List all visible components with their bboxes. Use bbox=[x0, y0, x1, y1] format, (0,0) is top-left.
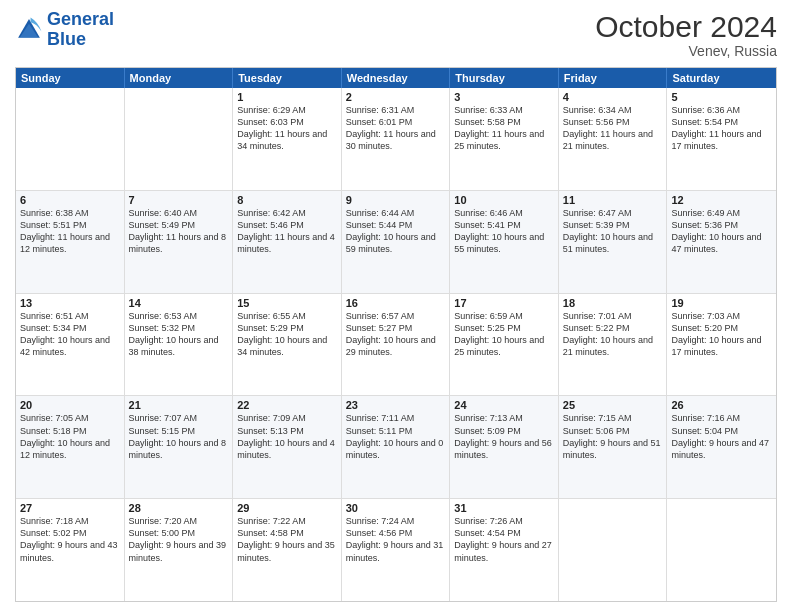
day-6: 6Sunrise: 6:38 AMSunset: 5:51 PMDaylight… bbox=[16, 191, 125, 293]
header: General Blue October 2024 Venev, Russia bbox=[15, 10, 777, 59]
header-monday: Monday bbox=[125, 68, 234, 88]
day-number-14: 14 bbox=[129, 297, 229, 309]
day-23: 23Sunrise: 7:11 AMSunset: 5:11 PMDayligh… bbox=[342, 396, 451, 498]
day-details-23: Sunrise: 7:11 AMSunset: 5:11 PMDaylight:… bbox=[346, 412, 446, 461]
day-number-12: 12 bbox=[671, 194, 772, 206]
week-row-1: 1Sunrise: 6:29 AMSunset: 6:03 PMDaylight… bbox=[16, 88, 776, 190]
day-number-29: 29 bbox=[237, 502, 337, 514]
day-number-3: 3 bbox=[454, 91, 554, 103]
day-number-19: 19 bbox=[671, 297, 772, 309]
week-row-3: 13Sunrise: 6:51 AMSunset: 5:34 PMDayligh… bbox=[16, 293, 776, 396]
day-21: 21Sunrise: 7:07 AMSunset: 5:15 PMDayligh… bbox=[125, 396, 234, 498]
week-row-2: 6Sunrise: 6:38 AMSunset: 5:51 PMDaylight… bbox=[16, 190, 776, 293]
week-row-4: 20Sunrise: 7:05 AMSunset: 5:18 PMDayligh… bbox=[16, 395, 776, 498]
calendar-header: Sunday Monday Tuesday Wednesday Thursday… bbox=[16, 68, 776, 88]
calendar-body: 1Sunrise: 6:29 AMSunset: 6:03 PMDaylight… bbox=[16, 88, 776, 601]
day-details-14: Sunrise: 6:53 AMSunset: 5:32 PMDaylight:… bbox=[129, 310, 229, 359]
day-details-16: Sunrise: 6:57 AMSunset: 5:27 PMDaylight:… bbox=[346, 310, 446, 359]
day-details-13: Sunrise: 6:51 AMSunset: 5:34 PMDaylight:… bbox=[20, 310, 120, 359]
day-15: 15Sunrise: 6:55 AMSunset: 5:29 PMDayligh… bbox=[233, 294, 342, 396]
day-1: 1Sunrise: 6:29 AMSunset: 6:03 PMDaylight… bbox=[233, 88, 342, 190]
day-28: 28Sunrise: 7:20 AMSunset: 5:00 PMDayligh… bbox=[125, 499, 234, 601]
header-tuesday: Tuesday bbox=[233, 68, 342, 88]
day-5: 5Sunrise: 6:36 AMSunset: 5:54 PMDaylight… bbox=[667, 88, 776, 190]
day-number-23: 23 bbox=[346, 399, 446, 411]
day-details-7: Sunrise: 6:40 AMSunset: 5:49 PMDaylight:… bbox=[129, 207, 229, 256]
day-10: 10Sunrise: 6:46 AMSunset: 5:41 PMDayligh… bbox=[450, 191, 559, 293]
day-2: 2Sunrise: 6:31 AMSunset: 6:01 PMDaylight… bbox=[342, 88, 451, 190]
day-details-18: Sunrise: 7:01 AMSunset: 5:22 PMDaylight:… bbox=[563, 310, 663, 359]
day-25: 25Sunrise: 7:15 AMSunset: 5:06 PMDayligh… bbox=[559, 396, 668, 498]
day-18: 18Sunrise: 7:01 AMSunset: 5:22 PMDayligh… bbox=[559, 294, 668, 396]
empty-cell bbox=[667, 499, 776, 601]
day-number-16: 16 bbox=[346, 297, 446, 309]
day-number-9: 9 bbox=[346, 194, 446, 206]
day-number-10: 10 bbox=[454, 194, 554, 206]
day-details-24: Sunrise: 7:13 AMSunset: 5:09 PMDaylight:… bbox=[454, 412, 554, 461]
day-24: 24Sunrise: 7:13 AMSunset: 5:09 PMDayligh… bbox=[450, 396, 559, 498]
day-20: 20Sunrise: 7:05 AMSunset: 5:18 PMDayligh… bbox=[16, 396, 125, 498]
day-number-8: 8 bbox=[237, 194, 337, 206]
day-16: 16Sunrise: 6:57 AMSunset: 5:27 PMDayligh… bbox=[342, 294, 451, 396]
day-13: 13Sunrise: 6:51 AMSunset: 5:34 PMDayligh… bbox=[16, 294, 125, 396]
day-details-3: Sunrise: 6:33 AMSunset: 5:58 PMDaylight:… bbox=[454, 104, 554, 153]
day-details-9: Sunrise: 6:44 AMSunset: 5:44 PMDaylight:… bbox=[346, 207, 446, 256]
day-4: 4Sunrise: 6:34 AMSunset: 5:56 PMDaylight… bbox=[559, 88, 668, 190]
day-details-20: Sunrise: 7:05 AMSunset: 5:18 PMDaylight:… bbox=[20, 412, 120, 461]
day-details-15: Sunrise: 6:55 AMSunset: 5:29 PMDaylight:… bbox=[237, 310, 337, 359]
main-title: October 2024 bbox=[595, 10, 777, 43]
calendar: Sunday Monday Tuesday Wednesday Thursday… bbox=[15, 67, 777, 602]
day-number-17: 17 bbox=[454, 297, 554, 309]
day-number-15: 15 bbox=[237, 297, 337, 309]
day-details-22: Sunrise: 7:09 AMSunset: 5:13 PMDaylight:… bbox=[237, 412, 337, 461]
day-details-17: Sunrise: 6:59 AMSunset: 5:25 PMDaylight:… bbox=[454, 310, 554, 359]
day-7: 7Sunrise: 6:40 AMSunset: 5:49 PMDaylight… bbox=[125, 191, 234, 293]
day-number-11: 11 bbox=[563, 194, 663, 206]
empty-cell bbox=[559, 499, 668, 601]
day-number-13: 13 bbox=[20, 297, 120, 309]
day-29: 29Sunrise: 7:22 AMSunset: 4:58 PMDayligh… bbox=[233, 499, 342, 601]
header-sunday: Sunday bbox=[16, 68, 125, 88]
logo-line1: General bbox=[47, 10, 114, 30]
day-details-28: Sunrise: 7:20 AMSunset: 5:00 PMDaylight:… bbox=[129, 515, 229, 564]
day-8: 8Sunrise: 6:42 AMSunset: 5:46 PMDaylight… bbox=[233, 191, 342, 293]
day-number-5: 5 bbox=[671, 91, 772, 103]
title-block: October 2024 Venev, Russia bbox=[595, 10, 777, 59]
header-friday: Friday bbox=[559, 68, 668, 88]
day-number-1: 1 bbox=[237, 91, 337, 103]
day-26: 26Sunrise: 7:16 AMSunset: 5:04 PMDayligh… bbox=[667, 396, 776, 498]
day-number-26: 26 bbox=[671, 399, 772, 411]
day-details-26: Sunrise: 7:16 AMSunset: 5:04 PMDaylight:… bbox=[671, 412, 772, 461]
day-details-31: Sunrise: 7:26 AMSunset: 4:54 PMDaylight:… bbox=[454, 515, 554, 564]
day-22: 22Sunrise: 7:09 AMSunset: 5:13 PMDayligh… bbox=[233, 396, 342, 498]
day-number-31: 31 bbox=[454, 502, 554, 514]
day-number-25: 25 bbox=[563, 399, 663, 411]
day-number-22: 22 bbox=[237, 399, 337, 411]
day-number-20: 20 bbox=[20, 399, 120, 411]
day-details-25: Sunrise: 7:15 AMSunset: 5:06 PMDaylight:… bbox=[563, 412, 663, 461]
day-19: 19Sunrise: 7:03 AMSunset: 5:20 PMDayligh… bbox=[667, 294, 776, 396]
day-details-8: Sunrise: 6:42 AMSunset: 5:46 PMDaylight:… bbox=[237, 207, 337, 256]
day-11: 11Sunrise: 6:47 AMSunset: 5:39 PMDayligh… bbox=[559, 191, 668, 293]
day-number-18: 18 bbox=[563, 297, 663, 309]
day-details-10: Sunrise: 6:46 AMSunset: 5:41 PMDaylight:… bbox=[454, 207, 554, 256]
day-27: 27Sunrise: 7:18 AMSunset: 5:02 PMDayligh… bbox=[16, 499, 125, 601]
logo-icon bbox=[15, 16, 43, 44]
day-number-24: 24 bbox=[454, 399, 554, 411]
day-details-2: Sunrise: 6:31 AMSunset: 6:01 PMDaylight:… bbox=[346, 104, 446, 153]
day-details-30: Sunrise: 7:24 AMSunset: 4:56 PMDaylight:… bbox=[346, 515, 446, 564]
day-17: 17Sunrise: 6:59 AMSunset: 5:25 PMDayligh… bbox=[450, 294, 559, 396]
day-details-29: Sunrise: 7:22 AMSunset: 4:58 PMDaylight:… bbox=[237, 515, 337, 564]
day-number-7: 7 bbox=[129, 194, 229, 206]
day-details-19: Sunrise: 7:03 AMSunset: 5:20 PMDaylight:… bbox=[671, 310, 772, 359]
day-details-1: Sunrise: 6:29 AMSunset: 6:03 PMDaylight:… bbox=[237, 104, 337, 153]
day-number-4: 4 bbox=[563, 91, 663, 103]
empty-cell bbox=[16, 88, 125, 190]
day-9: 9Sunrise: 6:44 AMSunset: 5:44 PMDaylight… bbox=[342, 191, 451, 293]
day-number-27: 27 bbox=[20, 502, 120, 514]
day-number-28: 28 bbox=[129, 502, 229, 514]
header-saturday: Saturday bbox=[667, 68, 776, 88]
subtitle: Venev, Russia bbox=[595, 43, 777, 59]
day-31: 31Sunrise: 7:26 AMSunset: 4:54 PMDayligh… bbox=[450, 499, 559, 601]
day-3: 3Sunrise: 6:33 AMSunset: 5:58 PMDaylight… bbox=[450, 88, 559, 190]
